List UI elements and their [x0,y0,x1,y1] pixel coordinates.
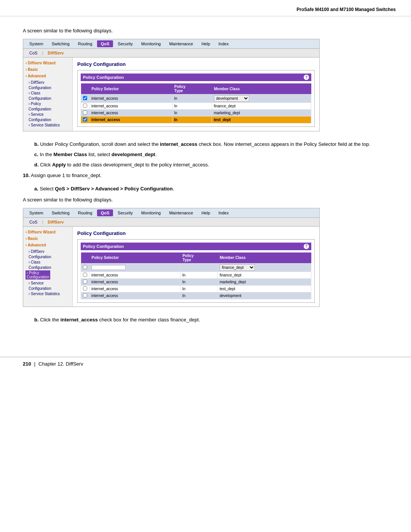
step-10a-block: a. Select QoS > DiffServ > Advanced > Po… [34,185,388,193]
nav-security-1[interactable]: Security [114,40,137,47]
nav-routing-2[interactable]: Routing [74,209,96,216]
row3-check[interactable] [81,110,89,117]
sidebar-service-config-2[interactable]: › ServiceConfiguration [25,281,70,291]
step-10a-bold: QoS > DiffServ > Advanced > Policy Confi… [55,186,173,192]
checkbox-2[interactable] [83,104,87,108]
sidebar-diffserv-config-1[interactable]: › DiffServConfiguration [25,80,70,91]
policy-table-2: Policy Selector PolicyType Member Class [81,252,311,299]
tab-cos-1[interactable]: CoS [26,50,40,56]
checkbox-2-1[interactable] [83,265,87,269]
instruction-b2: b. Click the internet_access check box f… [34,316,388,324]
row3-type-2: In [180,278,217,285]
row2-member: finance_dept [212,103,311,110]
sidebar-advanced-2[interactable]: › Advanced [25,243,70,248]
nav-monitoring-1[interactable]: Monitoring [137,40,164,47]
internet-access-bold-2: internet_access [61,317,98,323]
b-label: b. [34,141,39,147]
row1-check[interactable] [81,94,89,103]
row3-selector: internet_access [89,110,172,117]
policy-config-header-label-1: Policy Configuration [83,75,124,80]
row2-check[interactable] [81,103,89,110]
checkbox-2-3[interactable] [83,280,87,284]
row5-check-2[interactable] [81,292,89,299]
nav-index-1[interactable]: Index [215,40,233,47]
row4-check-2[interactable] [81,285,89,292]
col-check-2 [81,252,89,264]
nav-help-1[interactable]: Help [198,40,214,47]
sidebar-2: › Diffserv Wizard › Basic › Advanced › D… [23,227,73,307]
nav-qos-2[interactable]: QoS [97,209,113,216]
tab-bar-1: CoS | DiffServ [23,49,319,58]
col-member-1: Member Class [212,83,311,94]
c-label: c. [34,152,38,157]
table-row: internet_access In development finance_d… [81,94,311,103]
apply-bold: Apply [52,162,66,168]
sidebar-diffserv-config-2[interactable]: › DiffServConfiguration [25,249,70,260]
selector-input-2[interactable] [91,265,126,270]
nav-maintenance-2[interactable]: Maintenance [165,209,197,216]
sidebar-class-config-2[interactable]: › ClassConfiguration [25,260,70,270]
checkbox-2-4[interactable] [83,286,87,291]
sidebar-service-stats-2[interactable]: › Service Statistics [25,291,70,297]
step-10-text: Assign queue 1 to finance_dept. [31,173,102,178]
sidebar-service-config-1[interactable]: › ServiceConfiguration [25,112,70,123]
nav-system-1[interactable]: System [25,40,47,47]
row2-type-2: In [180,272,217,278]
row3-selector-2: internet_access [89,278,180,285]
sidebar-policy-config-highlighted[interactable]: › PolicyConfiguration [25,270,50,280]
tab-diffserv-1[interactable]: DiffServ [45,50,67,56]
table-row: internet_access In finance_dept [81,272,311,278]
sidebar-basic-1[interactable]: › Basic [25,67,70,72]
sidebar-basic-2[interactable]: › Basic [25,236,70,241]
nav-maintenance-1[interactable]: Maintenance [165,40,197,47]
panel-title-1: Policy Configuration [77,61,315,67]
nav-help-2[interactable]: Help [198,209,214,216]
tab-diffserv-2[interactable]: DiffServ [45,219,67,225]
row1-check-2[interactable] [81,263,89,272]
row4-member-2: test_dept [217,285,311,292]
help-icon-1[interactable]: ? [304,75,309,80]
nav-system-2[interactable]: System [25,209,47,216]
nav-monitoring-2[interactable]: Monitoring [137,209,164,216]
step-10-label: 10. [23,173,30,178]
nav-qos-1[interactable]: QoS [97,40,113,47]
sidebar-advanced-1[interactable]: › Advanced [25,73,70,79]
sidebar-diffserv-wizard-1[interactable]: › Diffserv Wizard [25,61,70,66]
col-type-1: PolicyType [172,83,212,94]
nav-index-2[interactable]: Index [215,209,233,216]
panel-title-2: Policy Configuration [77,230,315,236]
row1-selector-2[interactable] [89,263,180,272]
row1-member[interactable]: development finance_dept marketing_dept … [212,94,311,103]
intro-text-1: A screen similar to the following displa… [23,28,388,34]
nav-routing-1[interactable]: Routing [74,40,96,47]
row4-check[interactable] [81,117,89,123]
sidebar-class-config-1[interactable]: › ClassConfiguration [25,91,70,101]
help-icon-2[interactable]: ? [304,244,309,249]
tab-cos-2[interactable]: CoS [26,219,40,225]
checkbox-4[interactable] [83,117,87,121]
sidebar-service-stats-1[interactable]: › Service Statistics [25,123,70,128]
d-label: d. [34,162,39,168]
row2-check-2[interactable] [81,272,89,278]
checkbox-1[interactable] [83,96,87,100]
instruction-c: c. In the Member Class list, select deve… [34,151,388,159]
row3-check-2[interactable] [81,278,89,285]
nav-switching-1[interactable]: Switching [48,40,73,47]
member-select-1[interactable]: development finance_dept marketing_dept … [214,95,249,102]
sidebar-policy-config-1[interactable]: › PolicyConfiguration [25,101,70,112]
col-type-2: PolicyType [180,252,217,264]
row5-member-2: development [217,292,311,299]
checkbox-2-5[interactable] [83,293,87,297]
col-check-1 [81,83,89,94]
checkbox-2-2[interactable] [83,273,87,277]
development-dept-bold: development_dept [112,152,155,157]
sidebar-diffserv-wizard-2[interactable]: › Diffserv Wizard [25,230,70,235]
nav-switching-2[interactable]: Switching [48,209,73,216]
member-select-2[interactable]: finance_dept development marketing_dept … [220,264,255,271]
row1-type-2 [180,263,217,272]
row1-member-2[interactable]: finance_dept development marketing_dept … [217,263,311,272]
checkbox-3[interactable] [83,110,87,115]
nav-security-2[interactable]: Security [114,209,137,216]
intro-text-2: A screen similar to the following displa… [23,197,388,203]
footer-chapter: Chapter 12. DiffServ [38,361,83,367]
